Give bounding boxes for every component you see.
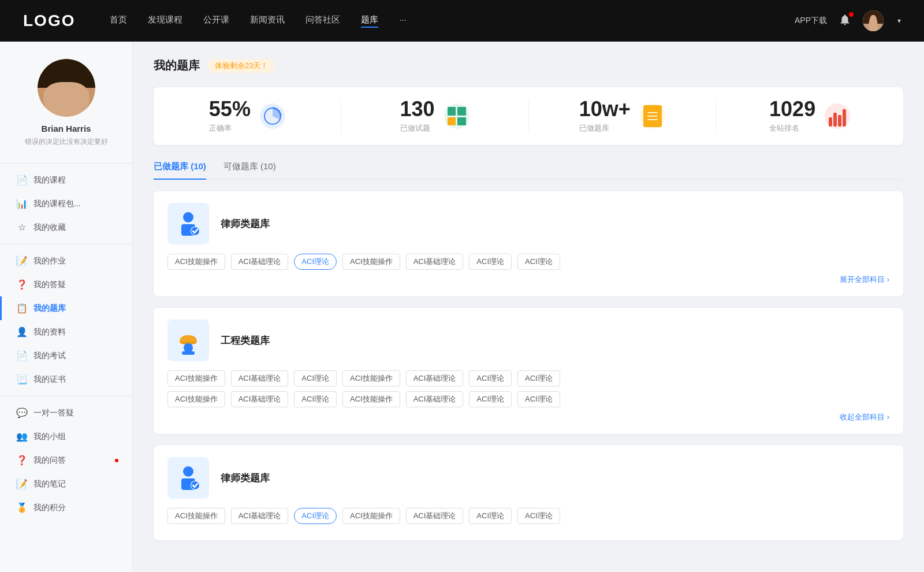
tab-done[interactable]: 已做题库 (10) — [154, 161, 206, 179]
tag-1-0[interactable]: ACI技能操作 — [167, 254, 225, 270]
notification-badge — [849, 12, 854, 17]
tag-3-0[interactable]: ACI技能操作 — [167, 508, 225, 524]
sidebar-item-one-on-one[interactable]: 💬 一对一答疑 — [0, 401, 132, 425]
user-dropdown-arrow[interactable]: ▾ — [897, 17, 901, 25]
tag-1-6[interactable]: ACI理论 — [517, 254, 560, 270]
tag-2a-0[interactable]: ACI技能操作 — [167, 370, 225, 387]
tag-3-2[interactable]: ACI理论 — [294, 508, 337, 524]
svg-point-7 — [184, 343, 193, 352]
expand-link-1[interactable]: 展开全部科目 › — [167, 274, 889, 285]
accuracy-icon — [260, 103, 285, 129]
qa-notification-dot — [115, 459, 118, 462]
certificate-icon: 📃 — [16, 374, 28, 385]
notes-icon: 📝 — [16, 478, 28, 489]
sidebar-item-my-qa[interactable]: ❓ 我的问答 — [0, 448, 132, 472]
user-avatar[interactable] — [863, 10, 884, 31]
questions-done-value: 130 — [400, 99, 435, 120]
sidebar-item-my-course[interactable]: 📄 我的课程 — [0, 168, 132, 192]
tag-2b-5[interactable]: ACI理论 — [469, 391, 512, 407]
tag-2b-0[interactable]: ACI技能操作 — [167, 391, 225, 407]
tag-1-4[interactable]: ACI基础理论 — [406, 254, 464, 270]
tags-row-2a: ACI技能操作 ACI基础理论 ACI理论 ACI技能操作 ACI基础理论 AC… — [167, 370, 889, 387]
sidebar-divider — [0, 163, 132, 164]
tags-row-3: ACI技能操作 ACI基础理论 ACI理论 ACI技能操作 ACI基础理论 AC… — [167, 508, 889, 524]
sidebar-item-points[interactable]: 🏅 我的积分 — [0, 496, 132, 519]
nav-public[interactable]: 公开课 — [203, 14, 229, 28]
tag-3-4[interactable]: ACI基础理论 — [406, 508, 464, 524]
sidebar-item-notes[interactable]: 📝 我的笔记 — [0, 472, 132, 496]
tag-2a-1[interactable]: ACI基础理论 — [231, 370, 289, 387]
lawyer-svg-2 — [174, 463, 203, 492]
nav-news[interactable]: 新闻资讯 — [250, 14, 285, 28]
tag-2b-2[interactable]: ACI理论 — [294, 391, 337, 407]
my-qa-icon: ❓ — [16, 455, 28, 466]
nav-question-bank[interactable]: 题库 — [361, 14, 378, 28]
sidebar-item-homework[interactable]: 📝 我的作业 — [0, 249, 132, 273]
exam-icon: 📄 — [16, 350, 28, 361]
page-wrapper: Brian Harris 错误的决定比没有决定要好 📄 我的课程 📊 我的课程包… — [0, 0, 924, 572]
sidebar-item-question-bank[interactable]: 📋 我的题库 — [0, 296, 132, 320]
tag-2b-4[interactable]: ACI基础理论 — [406, 391, 464, 407]
tag-3-5[interactable]: ACI理论 — [469, 508, 512, 524]
tag-2a-4[interactable]: ACI基础理论 — [406, 370, 464, 387]
nav-discover[interactable]: 发现课程 — [148, 14, 182, 28]
sidebar-item-favorites[interactable]: ☆ 我的收藏 — [0, 216, 132, 239]
question-bank-icon: 📋 — [16, 303, 28, 314]
sidebar-avatar — [38, 59, 95, 117]
svg-point-9 — [183, 466, 193, 477]
collapse-link-2[interactable]: 收起全部科目 › — [167, 412, 889, 422]
tag-2b-6[interactable]: ACI理论 — [517, 391, 560, 407]
one-on-one-icon: 💬 — [16, 407, 28, 418]
trial-badge: 体验剩余23天！ — [208, 59, 275, 73]
engineer-icon-wrap — [167, 320, 209, 361]
qbank-title-1: 律师类题库 — [221, 217, 270, 231]
tag-3-1[interactable]: ACI基础理论 — [231, 508, 289, 524]
lawyer-svg-1 — [174, 209, 203, 238]
tag-3-6[interactable]: ACI理论 — [517, 508, 560, 524]
navbar-right: APP下载 ▾ — [795, 10, 901, 31]
favorites-icon: ☆ — [16, 222, 28, 233]
nav-home[interactable]: 首页 — [110, 14, 127, 28]
tag-1-5[interactable]: ACI理论 — [469, 254, 512, 270]
profile-icon: 👤 — [16, 326, 28, 337]
nav-qa[interactable]: 问答社区 — [305, 14, 340, 28]
banks-done-label: 已做题库 — [579, 123, 631, 133]
tag-1-2[interactable]: ACI理论 — [294, 254, 337, 270]
main-header: 我的题库 体验剩余23天！ — [154, 58, 903, 73]
page-title: 我的题库 — [154, 58, 200, 73]
tag-2a-3[interactable]: ACI技能操作 — [342, 370, 400, 387]
navbar-nav: 首页 发现课程 公开课 新闻资讯 问答社区 题库 ··· — [110, 14, 795, 28]
nav-more[interactable]: ··· — [399, 14, 407, 28]
tag-2a-6[interactable]: ACI理论 — [517, 370, 560, 387]
sidebar-motto: 错误的决定比没有决定要好 — [12, 137, 121, 147]
tag-1-1[interactable]: ACI基础理论 — [231, 254, 289, 270]
sidebar-item-certificate[interactable]: 📃 我的证书 — [0, 367, 132, 391]
tab-available[interactable]: 可做题库 (10) — [223, 161, 276, 179]
sidebar-item-group[interactable]: 👥 我的小组 — [0, 425, 132, 448]
banks-done-value: 10w+ — [579, 99, 631, 120]
tag-2b-3[interactable]: ACI技能操作 — [342, 391, 400, 407]
stat-banks-done: 10w+ 已做题库 — [529, 99, 717, 133]
notification-bell[interactable] — [839, 13, 851, 28]
sidebar-item-course-package[interactable]: 📊 我的课程包... — [0, 192, 132, 216]
tag-2a-2[interactable]: ACI理论 — [294, 370, 337, 387]
tag-2b-1[interactable]: ACI基础理论 — [231, 391, 289, 407]
sidebar-item-questions[interactable]: ❓ 我的答疑 — [0, 273, 132, 296]
sidebar: Brian Harris 错误的决定比没有决定要好 📄 我的课程 📊 我的课程包… — [0, 42, 133, 572]
tag-3-3[interactable]: ACI技能操作 — [342, 508, 400, 524]
tag-1-3[interactable]: ACI技能操作 — [342, 254, 400, 270]
app-download-link[interactable]: APP下载 — [795, 16, 827, 26]
course-icon: 📄 — [16, 174, 28, 185]
stats-row: 55% 正确率 130 已做试题 — [154, 87, 903, 145]
tag-2a-5[interactable]: ACI理论 — [469, 370, 512, 387]
svg-point-1 — [183, 212, 193, 222]
lawyer-icon-wrap-2 — [167, 457, 209, 499]
sidebar-item-exam[interactable]: 📄 我的考试 — [0, 344, 132, 367]
sidebar-divider-2 — [0, 244, 132, 244]
sidebar-item-profile[interactable]: 👤 我的资料 — [0, 320, 132, 344]
svg-rect-8 — [182, 351, 195, 355]
questions-done-icon — [444, 103, 470, 129]
stat-rank: 1029 全站排名 — [716, 99, 903, 133]
qbank-card-lawyer-1: 律师类题库 ACI技能操作 ACI基础理论 ACI理论 ACI技能操作 ACI基… — [154, 191, 903, 296]
tags-row-2b: ACI技能操作 ACI基础理论 ACI理论 ACI技能操作 ACI基础理论 AC… — [167, 391, 889, 407]
